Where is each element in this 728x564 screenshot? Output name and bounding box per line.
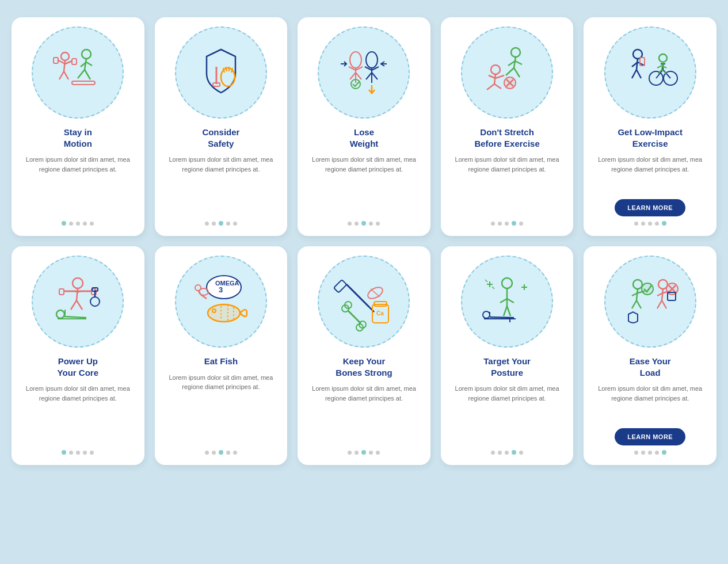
dot-3 xyxy=(219,221,223,226)
dot-3 xyxy=(361,221,366,226)
svg-line-55 xyxy=(632,70,636,78)
dot-4 xyxy=(655,222,659,226)
card-title-ease-load: Ease Your Load xyxy=(630,356,671,378)
icon-eat-fish: OMEGA 3 xyxy=(175,256,267,348)
card-title-lose-weight: Lose Weight xyxy=(350,127,379,149)
dots-eat-fish xyxy=(205,450,237,455)
svg-text:3: 3 xyxy=(219,285,223,294)
card-text-eat-fish: Lorem ipsum dolor sit dim amet, mea regi… xyxy=(163,373,280,444)
svg-line-45 xyxy=(494,74,496,84)
card-title-power-up-core: Power Up Your Core xyxy=(58,356,98,378)
dot-5 xyxy=(90,451,94,455)
dots-dont-stretch xyxy=(491,221,523,226)
dot-4 xyxy=(83,451,87,455)
svg-line-9 xyxy=(59,71,64,79)
svg-line-24 xyxy=(350,73,356,79)
svg-point-29 xyxy=(366,52,378,68)
svg-point-136 xyxy=(642,283,653,295)
card-low-impact: Get Low-Impact Exercise Lorem ipsum dolo… xyxy=(584,17,716,236)
svg-line-49 xyxy=(496,75,504,78)
svg-line-48 xyxy=(489,75,496,78)
card-text-consider-safety: Lorem ipsum dolor sit dim amet, mea regi… xyxy=(163,155,280,214)
svg-point-0 xyxy=(82,49,91,59)
dot-2 xyxy=(212,451,216,455)
dots-stay-in-motion xyxy=(62,221,94,226)
svg-rect-77 xyxy=(59,289,64,295)
dot-4 xyxy=(369,222,373,226)
card-text-power-up-core: Lorem ipsum dolor sit dim amet, mea regi… xyxy=(20,384,136,443)
dot-5 xyxy=(376,451,380,455)
svg-point-124 xyxy=(483,311,490,318)
dot-4 xyxy=(226,222,230,226)
svg-rect-14 xyxy=(72,59,77,64)
svg-line-115 xyxy=(485,280,487,282)
icon-stay-in-motion xyxy=(32,26,124,119)
svg-line-43 xyxy=(515,61,522,64)
svg-rect-16 xyxy=(213,83,220,86)
dot-5 xyxy=(519,222,523,226)
icon-bones-strong: Ca xyxy=(318,256,410,348)
card-stay-in-motion: Stay in Motion Lorem ipsum dolor sit dim… xyxy=(12,17,144,236)
svg-line-3 xyxy=(85,70,90,79)
card-text-lose-weight: Lorem ipsum dolor sit dim amet, mea regi… xyxy=(306,155,422,214)
dot-1 xyxy=(491,451,495,455)
svg-line-108 xyxy=(348,310,361,323)
svg-point-94 xyxy=(195,285,201,291)
dot-3 xyxy=(505,451,509,455)
dot-5 xyxy=(519,451,523,455)
icon-ease-load xyxy=(604,256,696,348)
card-text-low-impact: Lorem ipsum dolor sit dim amet, mea regi… xyxy=(592,155,708,188)
card-text-target-posture: Lorem ipsum dolor sit dim amet, mea regi… xyxy=(449,384,566,443)
dot-2 xyxy=(355,451,359,455)
icon-power-up-core xyxy=(32,256,124,348)
dots-lose-weight xyxy=(348,221,380,226)
card-ease-load: Ease Your Load Lorem ipsum dolor sit dim… xyxy=(584,246,716,465)
dot-5 xyxy=(233,451,237,455)
svg-line-2 xyxy=(78,70,85,78)
svg-line-121 xyxy=(504,306,507,316)
dot-1 xyxy=(62,450,66,455)
dot-5 xyxy=(90,222,94,226)
card-title-consider-safety: Consider Safety xyxy=(202,127,239,149)
dots-consider-safety xyxy=(205,221,237,226)
icon-dont-stretch xyxy=(461,26,553,119)
svg-line-74 xyxy=(71,300,77,310)
svg-line-54 xyxy=(636,59,638,70)
icon-target-posture xyxy=(461,256,553,348)
dot-3 xyxy=(219,450,223,455)
svg-line-122 xyxy=(507,306,510,316)
svg-point-7 xyxy=(61,52,69,60)
svg-line-83 xyxy=(64,317,86,318)
svg-text:Ca: Ca xyxy=(376,310,384,317)
svg-point-44 xyxy=(491,65,500,74)
svg-line-41 xyxy=(514,68,520,77)
svg-line-40 xyxy=(506,68,514,75)
svg-rect-6 xyxy=(72,81,95,85)
dot-5 xyxy=(662,221,666,226)
learn-more-button-1[interactable]: LEARN MORE xyxy=(615,199,685,216)
card-eat-fish: OMEGA 3 Eat Fish Lorem ipsum dolor sit d… xyxy=(155,246,288,465)
svg-point-88 xyxy=(207,276,241,299)
dots-target-posture xyxy=(491,450,523,455)
dot-1 xyxy=(348,222,352,226)
card-text-ease-load: Lorem ipsum dolor sit dim amet, mea regi… xyxy=(592,384,708,417)
svg-line-116 xyxy=(492,287,494,289)
svg-point-85 xyxy=(90,297,100,306)
learn-more-button-2[interactable]: LEARN MORE xyxy=(615,428,685,445)
card-power-up-core: Power Up Your Core Lorem ipsum dolor sit… xyxy=(12,246,144,465)
dot-1 xyxy=(634,222,638,226)
icon-consider-safety xyxy=(175,26,267,119)
dot-2 xyxy=(69,222,73,226)
dot-1 xyxy=(62,221,66,226)
dots-ease-load xyxy=(634,450,666,455)
svg-line-56 xyxy=(636,70,641,78)
dot-4 xyxy=(512,221,516,226)
dot-3 xyxy=(648,222,652,226)
dot-5 xyxy=(376,222,380,226)
card-target-posture: Target Your Posture Lorem ipsum dolor si… xyxy=(441,246,574,465)
svg-line-133 xyxy=(636,300,641,308)
svg-point-117 xyxy=(502,278,512,288)
svg-line-25 xyxy=(356,73,361,79)
svg-line-47 xyxy=(494,84,501,89)
card-title-target-posture: Target Your Posture xyxy=(483,356,531,378)
